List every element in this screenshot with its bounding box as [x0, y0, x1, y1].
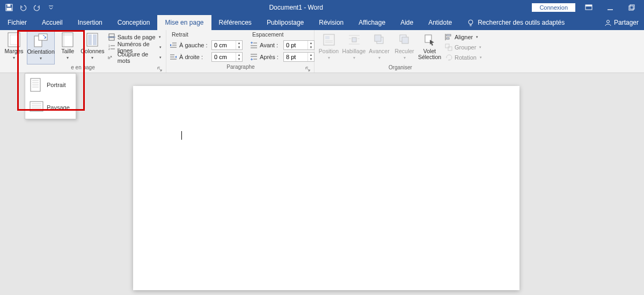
dialog-launcher-icon[interactable] — [157, 67, 163, 72]
retrait-gauche-input[interactable]: ▲▼ — [211, 40, 243, 50]
espacement-avant-field[interactable] — [284, 41, 308, 49]
group-organiser-label: Organiser — [389, 64, 412, 70]
tell-me-label: Rechercher des outils adaptés — [478, 19, 565, 26]
tab-conception[interactable]: Conception — [110, 15, 158, 30]
tab-references[interactable]: Références — [211, 15, 259, 30]
text-wrap-icon — [347, 32, 362, 47]
svg-point-9 — [469, 20, 473, 24]
margins-icon — [6, 32, 21, 47]
espacement-apres-input[interactable]: ▲▼ — [283, 52, 314, 62]
habillage-label: Habillage — [342, 48, 366, 54]
spinner-down-icon[interactable]: ▼ — [308, 45, 314, 49]
tab-revision[interactable]: Révision — [311, 15, 351, 30]
share-button[interactable]: Partager — [604, 19, 639, 26]
portrait-label: Portrait — [47, 82, 65, 88]
svg-rect-23 — [109, 34, 114, 37]
redo-icon[interactable] — [31, 2, 43, 13]
colonnes-button[interactable]: Colonnes ▾ — [80, 31, 104, 64]
group-icon — [445, 44, 452, 51]
chevron-down-icon: ▾ — [91, 55, 93, 60]
page-break-icon — [108, 33, 115, 41]
tab-affichage[interactable]: Affichage — [351, 15, 393, 30]
tab-insertion[interactable]: Insertion — [70, 15, 110, 30]
svg-rect-2 — [8, 4, 10, 6]
position-icon — [321, 32, 336, 47]
document-page[interactable] — [133, 86, 519, 290]
reculer-button: Reculer ▾ — [392, 31, 416, 64]
align-icon — [445, 33, 452, 41]
svg-rect-7 — [629, 6, 633, 10]
volet-selection-button[interactable]: VoletSélection — [418, 31, 442, 64]
espacement-avant-input[interactable]: ▲▼ — [283, 40, 314, 50]
spinner-up-icon[interactable]: ▲ — [308, 53, 314, 57]
space-after-icon — [250, 53, 258, 61]
tab-antidote[interactable]: Antidote — [421, 15, 459, 30]
taille-label: Taille — [61, 48, 74, 54]
group-mise-en-page-label: e en page — [71, 64, 95, 70]
spinner-up-icon[interactable]: ▲ — [236, 41, 242, 45]
tab-mise-en-page[interactable]: Mise en page — [157, 15, 211, 30]
minimize-icon[interactable] — [602, 2, 618, 13]
orientation-paysage-option[interactable]: Paysage — [25, 96, 76, 119]
tab-accueil[interactable]: Accueil — [34, 15, 70, 30]
retrait-droite-input[interactable]: ▲▼ — [211, 52, 243, 62]
chevron-down-icon: ▾ — [479, 45, 481, 49]
aligner-label: Aligner — [455, 34, 473, 40]
svg-rect-5 — [586, 5, 592, 6]
spinner-down-icon[interactable]: ▼ — [236, 45, 242, 49]
chevron-down-icon: ▾ — [404, 55, 406, 60]
customize-qat-icon[interactable] — [45, 2, 57, 13]
tab-publipostage[interactable]: Publipostage — [259, 15, 311, 30]
indent-left-icon — [170, 41, 177, 49]
rotate-icon — [445, 54, 452, 61]
tabs-right: Partager — [604, 15, 644, 30]
title-right-controls: Connexion — [532, 2, 644, 13]
colonnes-label: Colonnes — [80, 48, 104, 54]
hyphenation-icon: bª — [108, 54, 115, 61]
spinner-down-icon[interactable]: ▼ — [236, 57, 242, 61]
line-numbers-icon: 12 — [108, 44, 115, 51]
orientation-portrait-option[interactable]: Portrait — [25, 74, 76, 96]
title-bar: Document1 - Word Connexion — [0, 0, 644, 15]
chevron-down-icon: ▾ — [480, 55, 482, 60]
coupure-mots-button[interactable]: bª Coupure de mots ▾ — [106, 53, 164, 62]
orientation-button[interactable]: Orientation ▾ — [27, 31, 55, 64]
spinner-down-icon[interactable]: ▼ — [308, 57, 314, 61]
spinner-up-icon[interactable]: ▲ — [308, 41, 314, 45]
landscape-icon — [30, 100, 41, 114]
sign-in-button[interactable]: Connexion — [532, 3, 575, 12]
chevron-down-icon: ▾ — [159, 55, 162, 60]
avancer-button: Avancer ▾ — [367, 31, 391, 64]
chevron-down-icon: ▾ — [67, 55, 69, 60]
svg-rect-61 — [448, 47, 452, 51]
orientation-icon — [33, 33, 48, 48]
spinner-up-icon[interactable]: ▲ — [236, 53, 242, 57]
size-icon — [60, 32, 75, 47]
text-cursor — [181, 131, 182, 140]
retrait-droite-field[interactable] — [212, 53, 236, 61]
undo-icon[interactable] — [17, 2, 29, 13]
maximize-icon[interactable] — [624, 2, 640, 13]
tab-aide[interactable]: Aide — [393, 15, 421, 30]
marges-button[interactable]: Marges ▾ — [2, 31, 26, 64]
espacement-apres-field[interactable] — [284, 53, 308, 61]
taille-button[interactable]: Taille ▾ — [56, 31, 79, 64]
space-before-icon — [250, 41, 258, 49]
aligner-button[interactable]: Aligner ▾ — [443, 32, 484, 42]
ribbon-display-options-icon[interactable] — [581, 2, 597, 13]
share-icon — [604, 19, 612, 26]
dialog-launcher-icon[interactable] — [305, 67, 311, 72]
volet-label-2: Sélection — [418, 54, 441, 60]
a-droite-label: À droite : — [179, 54, 209, 60]
retrait-gauche-field[interactable] — [212, 41, 236, 49]
paysage-label: Paysage — [47, 104, 70, 111]
tab-fichier[interactable]: Fichier — [0, 15, 34, 30]
svg-rect-60 — [445, 44, 449, 48]
ribbon-tabs: Fichier Accueil Insertion Conception Mis… — [0, 15, 644, 30]
chevron-down-icon: ▾ — [328, 55, 330, 60]
save-icon[interactable] — [3, 2, 15, 13]
sauts-label: Sauts de page — [118, 34, 156, 40]
svg-rect-16 — [39, 34, 47, 40]
svg-rect-24 — [109, 38, 114, 40]
tell-me-search[interactable]: Rechercher des outils adaptés — [459, 15, 572, 30]
